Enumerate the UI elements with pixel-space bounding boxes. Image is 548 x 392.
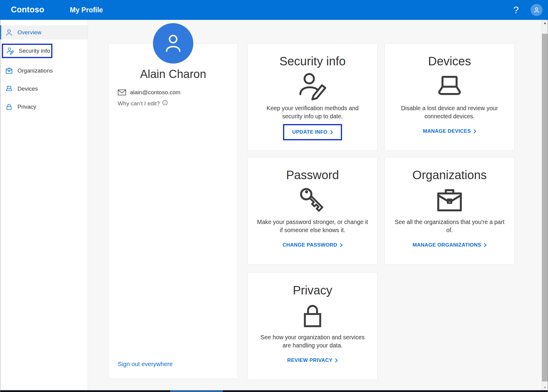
card-description: Make your password stronger, or change i… bbox=[248, 218, 377, 234]
sidebar-item-security-info[interactable]: Security info bbox=[3, 45, 51, 57]
mail-icon bbox=[118, 89, 126, 96]
sidebar-item-organizations[interactable]: Organizations bbox=[0, 64, 88, 78]
window-left-edge bbox=[0, 20, 0, 392]
vertical-scrollbar[interactable]: ▲ ▼ bbox=[542, 20, 548, 390]
bottom-taskbar-blue-segment bbox=[170, 390, 223, 392]
page-title: My Profile bbox=[70, 6, 103, 14]
user-name: Alain Charon bbox=[109, 68, 238, 81]
card-description: Keep your verification methods and secur… bbox=[248, 104, 377, 120]
security-info-annotation-box: Security info bbox=[2, 44, 52, 58]
brand-logo[interactable]: Contoso bbox=[11, 5, 44, 14]
chevron-right-icon bbox=[340, 243, 343, 247]
privacy-card: Privacy See how your organization and se… bbox=[248, 272, 378, 380]
chevron-right-icon bbox=[330, 130, 333, 135]
top-header-bar: Contoso My Profile ? bbox=[0, 0, 548, 20]
bottom-taskbar-edge bbox=[0, 390, 548, 392]
action-label: REVIEW PRIVACY bbox=[287, 357, 332, 363]
laptop-icon bbox=[5, 85, 13, 93]
review-privacy-link[interactable]: REVIEW PRIVACY bbox=[287, 357, 338, 363]
action-label: MANAGE ORGANIZATIONS bbox=[413, 242, 481, 248]
lock-icon bbox=[5, 103, 13, 111]
scrollbar-thumb[interactable] bbox=[542, 34, 548, 381]
chevron-right-icon bbox=[335, 358, 338, 363]
laptop-icon bbox=[434, 72, 465, 102]
card-description: See all the organizations that you're a … bbox=[385, 218, 514, 234]
password-card: Password Make your password stronger, or… bbox=[248, 157, 378, 265]
key-icon bbox=[297, 185, 328, 216]
question-mark-icon: ? bbox=[513, 5, 519, 16]
action-label: CHANGE PASSWORD bbox=[282, 242, 337, 248]
sidebar-item-overview[interactable]: Overview bbox=[0, 25, 88, 39]
sign-out-everywhere-link[interactable]: Sign out everywhere bbox=[118, 361, 173, 368]
account-menu-button[interactable] bbox=[531, 4, 543, 16]
action-label: MANAGE DEVICES bbox=[423, 128, 471, 134]
chevron-right-icon bbox=[484, 243, 487, 247]
profile-avatar bbox=[153, 23, 193, 64]
user-email-row: alain@contoso.com bbox=[118, 89, 238, 96]
avatar-person-icon bbox=[163, 33, 184, 54]
security-info-card: Security info Keep your verification met… bbox=[248, 43, 378, 151]
my-profile-page: { "header": { "brand": "Contoso", "title… bbox=[0, 0, 548, 392]
person-icon bbox=[5, 29, 13, 36]
scrollbar-up-arrow-icon[interactable]: ▲ bbox=[542, 21, 548, 25]
sidebar-item-label: Devices bbox=[17, 86, 38, 92]
sidebar-item-devices[interactable]: Devices bbox=[0, 82, 88, 96]
action-label: UPDATE INFO bbox=[292, 129, 327, 135]
sidebar-nav: Overview Security info Organizations bbox=[0, 20, 88, 390]
devices-card: Devices Disable a lost device and review… bbox=[385, 43, 515, 151]
sidebar-item-label: Overview bbox=[17, 29, 41, 36]
sidebar-item-label: Organizations bbox=[17, 67, 53, 74]
update-info-annotation-box: UPDATE INFO bbox=[283, 124, 342, 140]
briefcase-icon bbox=[5, 67, 13, 75]
manage-organizations-link[interactable]: MANAGE ORGANIZATIONS bbox=[413, 242, 487, 248]
chevron-right-icon bbox=[473, 129, 476, 134]
card-title: Password bbox=[286, 168, 339, 182]
card-title: Privacy bbox=[293, 284, 332, 297]
sidebar-item-label: Privacy bbox=[17, 104, 36, 110]
profile-card: Alain Charon alain@contoso.com Why can't… bbox=[108, 43, 238, 379]
card-description: See how your organization and services a… bbox=[248, 333, 377, 350]
change-password-link[interactable]: CHANGE PASSWORD bbox=[282, 242, 343, 248]
lock-icon bbox=[298, 301, 327, 331]
user-email: alain@contoso.com bbox=[130, 89, 180, 96]
info-icon[interactable] bbox=[162, 100, 168, 105]
organizations-card: Organizations See all the organizations … bbox=[385, 157, 515, 265]
why-cant-edit-label: Why can't I edit? bbox=[118, 100, 160, 107]
card-title: Devices bbox=[428, 54, 471, 68]
card-title: Security info bbox=[279, 54, 346, 68]
scrollbar-down-arrow-icon[interactable]: ▼ bbox=[542, 386, 548, 389]
why-cant-edit-link[interactable]: Why can't I edit? bbox=[118, 100, 238, 107]
manage-devices-link[interactable]: MANAGE DEVICES bbox=[423, 128, 476, 134]
help-button[interactable]: ? bbox=[509, 3, 523, 17]
card-description: Disable a lost device and review your co… bbox=[385, 104, 514, 120]
person-edit-icon bbox=[297, 72, 328, 102]
update-info-link[interactable]: UPDATE INFO bbox=[292, 129, 333, 135]
card-title: Organizations bbox=[413, 168, 487, 182]
briefcase-icon bbox=[434, 185, 465, 216]
sidebar-item-label: Security info bbox=[19, 48, 50, 54]
sidebar-item-privacy[interactable]: Privacy bbox=[0, 100, 88, 114]
person-edit-icon bbox=[6, 47, 14, 55]
avatar-person-icon bbox=[533, 7, 540, 13]
